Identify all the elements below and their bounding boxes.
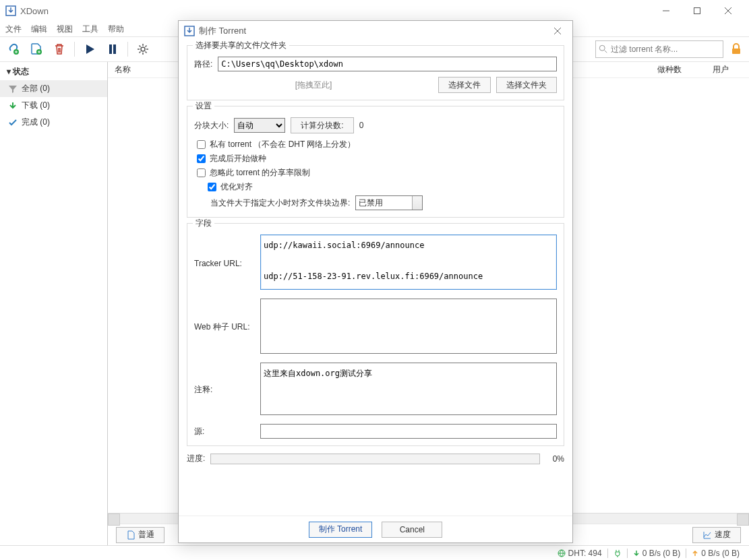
start-seeding-checkbox[interactable]: 完成后开始做种 (197, 153, 557, 164)
check-icon (8, 118, 18, 127)
search-icon (599, 44, 608, 54)
progress-percent: 0% (545, 454, 564, 464)
filter-icon (8, 84, 18, 94)
settings-button[interactable] (135, 41, 151, 57)
delete-button[interactable] (51, 41, 67, 57)
menu-edit[interactable]: 编辑 (31, 24, 47, 35)
window-titlebar: XDown (0, 0, 749, 22)
dialog-titlebar[interactable]: 制作 Torrent (179, 21, 572, 41)
status-plug (608, 549, 627, 557)
calc-value: 0 (359, 121, 364, 130)
group-settings: 设置 分块大小: 自动 计算分块数: 0 私有 torrent （不会在 DHT… (187, 106, 564, 218)
svg-rect-8 (113, 44, 116, 54)
app-icon (5, 5, 16, 16)
minimize-button[interactable] (651, 1, 682, 21)
up-icon (692, 550, 698, 557)
webseed-url-textarea[interactable] (260, 299, 557, 354)
sidebar-item-label: 完成 (0) (22, 117, 50, 128)
progress-label: 进度: (187, 453, 205, 464)
piece-size-select[interactable]: 自动 (234, 118, 285, 133)
private-torrent-checkbox[interactable]: 私有 torrent （不会在 DHT 网络上分发） (197, 139, 557, 150)
svg-point-10 (599, 45, 605, 51)
select-file-button[interactable]: 选择文件 (438, 77, 491, 93)
align-spinner[interactable]: 已禁用 (355, 195, 423, 210)
maximize-button[interactable] (682, 1, 713, 21)
svg-line-11 (605, 51, 607, 53)
calc-pieces-button[interactable]: 计算分块数: (291, 117, 353, 133)
menu-tools[interactable]: 工具 (82, 24, 98, 35)
path-input[interactable] (218, 57, 557, 71)
webseed-label: Web 种子 URL: (194, 321, 255, 333)
filter-torrent-search[interactable] (595, 40, 723, 58)
group-fields: 字段 Tracker URL: Web 种子 URL: 注释: 源: (187, 223, 564, 446)
status-up-speed: 0 B/s (0 B) (686, 549, 745, 558)
menu-help[interactable]: 帮助 (108, 24, 124, 35)
menu-view[interactable]: 视图 (57, 24, 73, 35)
close-button[interactable] (713, 1, 744, 21)
align-label: 当文件大于指定大小时对齐文件块边界: (210, 197, 350, 209)
status-down-speed: 0 B/s (0 B) (628, 549, 686, 558)
doc-icon (126, 530, 136, 540)
select-folder-button[interactable]: 选择文件夹 (496, 77, 557, 93)
tracker-label: Tracker URL: (194, 259, 255, 268)
source-input[interactable] (260, 424, 557, 439)
status-dht: DHT: 494 (552, 549, 607, 558)
column-users[interactable]: 用户 (713, 64, 729, 75)
tab-speed-button[interactable]: 速度 (692, 527, 741, 543)
chart-icon (702, 530, 712, 540)
group-legend: 选择要共享的文件/文件夹 (193, 41, 289, 51)
sidebar: ▾ 状态 全部 (0) 下载 (0) 完成 (0) (0, 62, 108, 545)
dialog-close-button[interactable] (548, 23, 567, 39)
window-title: XDown (20, 6, 49, 16)
statusbar: DHT: 494 0 B/s (0 B) 0 B/s (0 B) (0, 545, 749, 560)
pause-button[interactable] (104, 41, 121, 57)
dialog-buttons: 制作 Torrent Cancel (179, 516, 572, 542)
comment-label: 注释: (194, 384, 255, 396)
sidebar-item-all[interactable]: 全部 (0) (0, 80, 107, 97)
comment-textarea[interactable] (260, 363, 557, 415)
lock-icon[interactable] (730, 42, 744, 56)
add-link-button[interactable] (5, 41, 22, 57)
ignore-ratio-checkbox[interactable]: 忽略此 torrent 的分享率限制 (197, 167, 557, 179)
app-icon (184, 26, 195, 36)
sidebar-item-label: 下载 (0) (22, 100, 50, 111)
svg-point-9 (141, 47, 145, 51)
source-label: 源: (194, 426, 255, 437)
dialog-title: 制作 Torrent (199, 25, 246, 37)
down-icon (633, 550, 640, 557)
sidebar-header[interactable]: ▾ 状态 (0, 63, 107, 80)
group-legend: 设置 (193, 100, 214, 112)
group-file-select: 选择要共享的文件/文件夹 路径: [拖拽至此] 选择文件 选择文件夹 (187, 45, 564, 100)
tracker-url-textarea[interactable] (260, 235, 557, 290)
progress-row: 进度: 0% (187, 453, 564, 464)
path-label: 路径: (194, 59, 212, 70)
svg-rect-12 (732, 49, 740, 54)
add-torrent-button[interactable] (28, 41, 44, 57)
group-legend: 字段 (193, 218, 214, 229)
cancel-button[interactable]: Cancel (382, 522, 442, 538)
drag-hint: [拖拽至此] (194, 80, 433, 91)
filter-torrent-input[interactable] (611, 44, 720, 54)
create-torrent-button[interactable]: 制作 Torrent (309, 522, 373, 538)
svg-rect-2 (694, 8, 700, 14)
progress-bar (210, 454, 540, 464)
optimize-align-checkbox[interactable]: 优化对齐 (208, 181, 557, 193)
tab-normal-button[interactable]: 普通 (116, 527, 164, 543)
svg-rect-7 (109, 44, 112, 54)
sidebar-item-download[interactable]: 下载 (0) (0, 97, 107, 114)
menu-file[interactable]: 文件 (5, 24, 22, 35)
plug-icon (613, 549, 622, 557)
down-arrow-icon (8, 101, 18, 111)
column-seeders[interactable]: 做种数 (657, 64, 682, 75)
piece-size-label: 分块大小: (194, 120, 229, 131)
create-torrent-dialog: 制作 Torrent 选择要共享的文件/文件夹 路径: [拖拽至此] 选择文件 … (178, 20, 573, 543)
globe-icon (558, 549, 566, 557)
sidebar-item-complete[interactable]: 完成 (0) (0, 114, 107, 131)
sidebar-item-label: 全部 (0) (22, 83, 50, 94)
resume-button[interactable] (82, 41, 98, 57)
